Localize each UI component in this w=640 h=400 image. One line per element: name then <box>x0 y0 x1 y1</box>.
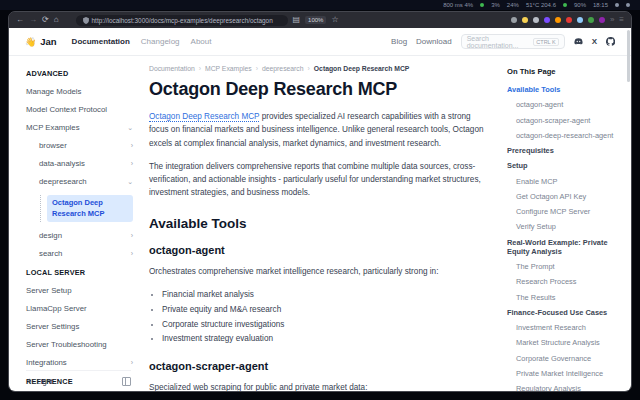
extension-icon[interactable] <box>588 17 594 23</box>
sidebar-item-design[interactable]: design › <box>39 231 133 240</box>
discord-icon[interactable] <box>574 38 583 45</box>
toc-link-octagon-deep-research-agent[interactable]: octagon-deep-research-agent <box>507 131 621 140</box>
bookmark-star-icon[interactable]: ☆ <box>331 16 338 24</box>
browser-toolbar: ← → ⟳ ⌂ http://localhost:3000/docs/mcp-e… <box>9 12 631 28</box>
sidebar-item-manage-models[interactable]: Manage Models <box>26 87 133 96</box>
extension-icon[interactable] <box>566 17 572 23</box>
sidebar-item-server-setup[interactable]: Server Setup <box>26 286 133 295</box>
theme-label: Light <box>37 377 53 386</box>
shield-icon <box>83 17 89 24</box>
toc-link-configure-mcp-server[interactable]: Configure MCP Server <box>507 207 621 216</box>
collapse-sidebar-icon[interactable] <box>122 377 131 386</box>
sidebar-item-server-settings[interactable]: Server Settings <box>26 322 133 331</box>
back-icon[interactable]: ← <box>16 16 24 24</box>
sidebar-item-model-context-protocol[interactable]: Model Context Protocol <box>26 105 133 114</box>
sidebar-item-data-analysis[interactable]: data-analysis › <box>39 159 133 168</box>
header-right: Blog Download Search documentation... CT… <box>391 34 615 49</box>
octagon-scraper-agent-description: Specialized web scraping for public and … <box>149 381 491 391</box>
sidebar-item-label: LlamaCpp Server <box>26 304 87 313</box>
toc-link-regulatory-analysis[interactable]: Regulatory Analysis <box>507 384 621 391</box>
tray-icon[interactable] <box>626 3 630 7</box>
tray-icon[interactable] <box>615 3 619 7</box>
second-paragraph: The integration delivers comprehensive r… <box>149 160 491 200</box>
sun-icon: ☀ <box>26 377 33 386</box>
overflow-icon[interactable]: » <box>610 16 614 24</box>
reader-mode-icon[interactable]: ▤ <box>293 16 301 24</box>
zoom-level-badge[interactable]: 100% <box>305 16 326 24</box>
net-stat: 800 ms 4% <box>443 2 473 8</box>
theme-toggle[interactable]: ☀ Light <box>26 377 53 386</box>
desktop-background: 800 ms 4% 3% 24% 51°C 204.6 90% 18:15 ← … <box>0 0 640 400</box>
chevron-down-icon: ⌄ <box>127 124 133 132</box>
breadcrumb: Documentation› MCP Examples› deepresearc… <box>149 65 491 72</box>
toc-link-research-process[interactable]: Research Process <box>507 277 621 286</box>
toc-link-get-octagon-api-key[interactable]: Get Octagon API Key <box>507 192 621 201</box>
sidebar-item-mcp-examples[interactable]: MCP Examples ⌄ <box>26 123 133 132</box>
extension-icon[interactable] <box>511 17 517 23</box>
nav-blog[interactable]: Blog <box>391 37 407 46</box>
chevron-right-icon: › <box>131 359 133 366</box>
bullet-item: Corporate structure investigations <box>162 318 491 333</box>
sidebar-item-integrations[interactable]: Integrations › <box>26 358 133 367</box>
url-bar[interactable]: http://localhost:3000/docs/mcp-examples/… <box>76 15 288 26</box>
extension-icon[interactable] <box>522 17 528 23</box>
nav-changelog[interactable]: Changelog <box>141 37 180 46</box>
toc-link-real-world-example[interactable]: Real-World Example: Private Equity Analy… <box>507 238 621 257</box>
home-icon[interactable]: ⌂ <box>54 16 59 24</box>
extension-icon[interactable] <box>577 17 583 23</box>
sidebar-item-octagon-deep-research-mcp[interactable]: Octagon Deep Research MCP <box>47 195 133 222</box>
sidebar-item-label: MCP Examples <box>26 123 80 132</box>
clock: 18:15 <box>593 2 608 8</box>
sidebar-item-browser[interactable]: browser › <box>39 141 133 150</box>
toc-link-enable-mcp[interactable]: Enable MCP <box>507 177 621 186</box>
toc-link-finance-focused-use-cases[interactable]: Finance-Focused Use Cases <box>507 308 621 317</box>
sidebar-item-llamacpp-server[interactable]: LlamaCpp Server <box>26 304 133 313</box>
toc-link-market-structure-analysis[interactable]: Market Structure Analysis <box>507 338 621 347</box>
site-logo[interactable]: 👋 Jan <box>25 36 57 47</box>
toc-link-prerequisites[interactable]: Prerequisites <box>507 146 621 155</box>
extension-icon[interactable] <box>599 17 605 23</box>
extension-icon[interactable] <box>533 17 539 23</box>
sidebar-item-label: Server Setup <box>26 286 72 295</box>
header-nav: Documentation Changelog About <box>72 37 212 46</box>
search-input[interactable]: Search documentation... CTRL K <box>461 34 565 49</box>
system-status-bar: 800 ms 4% 3% 24% 51°C 204.6 90% 18:15 <box>0 0 640 10</box>
toc-link-octagon-agent[interactable]: octagon-agent <box>507 100 621 109</box>
breadcrumb-separator: › <box>199 65 201 72</box>
intro-paragraph: Octagon Deep Research MCP provides speci… <box>149 110 491 150</box>
site-logo-text: Jan <box>40 36 56 47</box>
octagon-doc-link[interactable]: Octagon Deep Research MCP <box>149 112 259 122</box>
extension-icon[interactable] <box>555 17 561 23</box>
breadcrumb-item[interactable]: Documentation <box>149 65 195 72</box>
sidebar-item-deepresearch[interactable]: deepresearch ⌄ <box>39 177 133 186</box>
sidebar-item-search[interactable]: search › <box>39 249 133 258</box>
nav-about[interactable]: About <box>191 37 212 46</box>
breadcrumb-separator: › <box>256 65 258 72</box>
toc-link-setup[interactable]: Setup <box>507 161 621 170</box>
menu-icon[interactable]: ≡ <box>619 16 624 24</box>
nav-download[interactable]: Download <box>416 37 452 46</box>
toc-link-the-results[interactable]: The Results <box>507 293 621 302</box>
wave-hand-logo-icon: 👋 <box>25 37 36 47</box>
breadcrumb-item[interactable]: deepresearch <box>262 65 304 72</box>
toc-link-verify-setup[interactable]: Verify Setup <box>507 222 621 231</box>
reload-icon[interactable]: ⟳ <box>42 16 49 24</box>
page-scrollbar[interactable] <box>627 30 630 82</box>
nav-documentation[interactable]: Documentation <box>72 37 130 46</box>
sidebar-item-label: deepresearch <box>39 177 87 186</box>
x-twitter-icon[interactable]: X <box>592 37 597 46</box>
github-icon[interactable] <box>606 37 615 46</box>
breadcrumb-item[interactable]: MCP Examples <box>205 65 252 72</box>
toc-link-the-prompt[interactable]: The Prompt <box>507 262 621 271</box>
toc-link-available-tools[interactable]: Available Tools <box>507 85 621 94</box>
toc-link-octagon-scraper-agent[interactable]: octagon-scraper-agent <box>507 116 621 125</box>
search-placeholder: Search documentation... <box>467 35 531 49</box>
toc-link-corporate-governance[interactable]: Corporate Governance <box>507 354 621 363</box>
toc-link-private-market-intelligence[interactable]: Private Market Intelligence <box>507 369 621 378</box>
sidebar-item-server-troubleshooting[interactable]: Server Troubleshooting <box>26 340 133 349</box>
extension-icon[interactable] <box>544 17 550 23</box>
bullet-item: Financial market analysis <box>162 288 491 303</box>
octagon-scraper-agent-heading: octagon-scraper-agent <box>149 360 491 372</box>
forward-icon[interactable]: → <box>29 16 37 24</box>
toc-link-investment-research[interactable]: Investment Research <box>507 323 621 332</box>
